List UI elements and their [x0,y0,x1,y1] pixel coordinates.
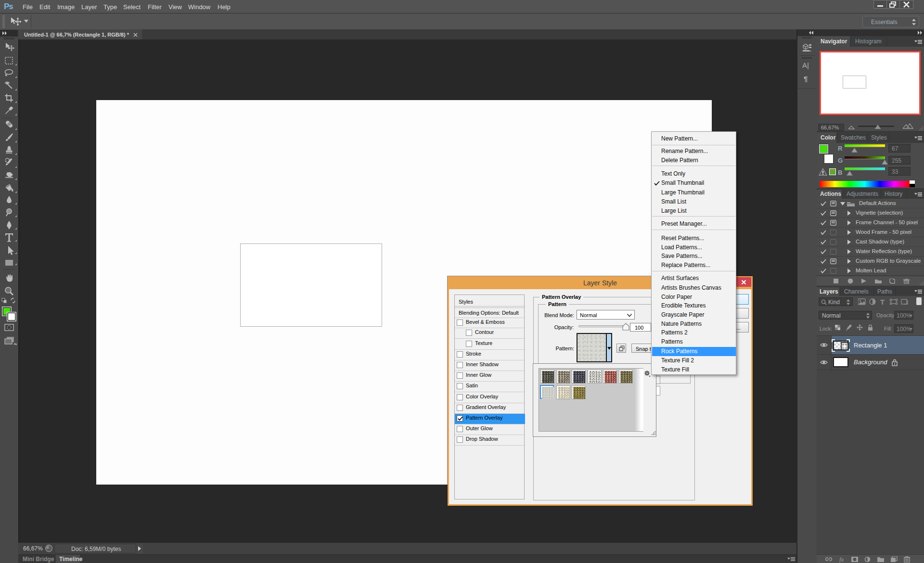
svg-text:fx: fx [839,556,844,563]
svg-text:T: T [880,298,885,306]
